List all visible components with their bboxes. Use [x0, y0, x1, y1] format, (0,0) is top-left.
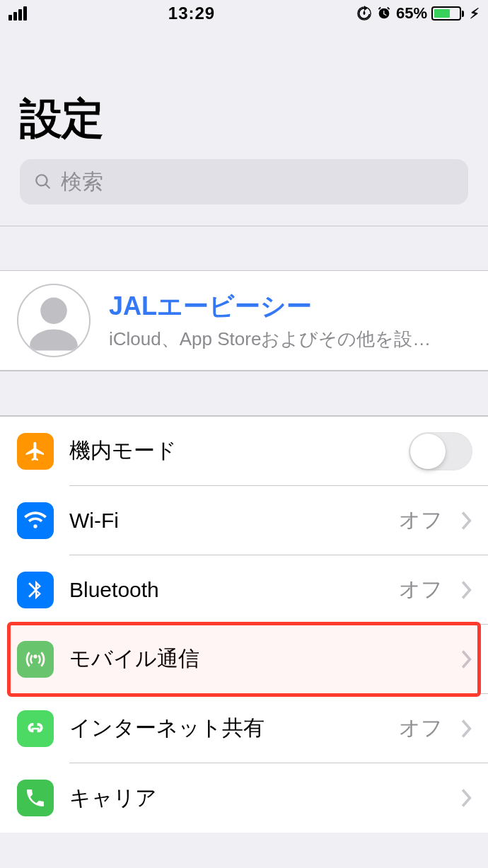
cellular-label: モバイル通信 [69, 644, 446, 673]
chevron-right-icon [461, 511, 472, 530]
status-left [8, 6, 27, 21]
bluetooth-icon [17, 572, 54, 608]
row-bluetooth[interactable]: Bluetooth オフ [0, 555, 488, 625]
hotspot-icon [17, 710, 54, 747]
search-input[interactable]: 検索 [20, 159, 468, 204]
apple-id-row[interactable]: JALエービーシー iCloud、App Storeおよびその他を設… [0, 271, 488, 371]
phone-icon [17, 780, 54, 816]
alarm-icon [376, 6, 392, 21]
search-placeholder: 検索 [61, 168, 103, 197]
wifi-icon [17, 502, 54, 539]
settings-group: 機内モード Wi-Fi オフ Bluetooth オフ モバイル通 [0, 416, 488, 833]
cellular-icon [17, 641, 54, 678]
row-hotspot[interactable]: インターネット共有 オフ [0, 694, 488, 763]
bluetooth-value: オフ [399, 575, 443, 604]
battery-percent: 65% [396, 4, 427, 23]
status-right: 65% ⚡︎ [356, 4, 480, 23]
avatar [17, 284, 91, 357]
row-cellular[interactable]: モバイル通信 [0, 625, 488, 694]
signal-icon [8, 6, 27, 21]
status-bar: 13:29 65% ⚡︎ [0, 0, 488, 27]
chevron-right-icon [461, 789, 472, 807]
row-carrier[interactable]: キャリア [0, 763, 488, 833]
page-title: 設定 [0, 27, 488, 159]
airplane-icon [17, 433, 54, 470]
profile-name: JALエービーシー [109, 289, 471, 324]
charging-icon: ⚡︎ [470, 5, 480, 22]
profile-subtitle: iCloud、App Storeおよびその他を設… [109, 327, 471, 352]
wifi-label: Wi-Fi [69, 509, 383, 533]
carrier-label: キャリア [69, 784, 446, 813]
status-time: 13:29 [168, 4, 215, 23]
wifi-value: オフ [399, 506, 443, 535]
hotspot-value: オフ [399, 714, 443, 743]
row-airplane-mode[interactable]: 機内モード [0, 417, 488, 486]
row-wifi[interactable]: Wi-Fi オフ [0, 486, 488, 555]
chevron-right-icon [461, 650, 472, 669]
battery-icon [431, 6, 464, 21]
airplane-toggle[interactable] [409, 432, 472, 470]
chevron-right-icon [461, 581, 472, 599]
bluetooth-label: Bluetooth [69, 578, 383, 602]
chevron-right-icon [461, 719, 472, 738]
rotation-lock-icon [356, 6, 372, 21]
airplane-label: 機内モード [69, 436, 393, 465]
hotspot-label: インターネット共有 [69, 714, 383, 743]
search-icon [34, 173, 52, 191]
